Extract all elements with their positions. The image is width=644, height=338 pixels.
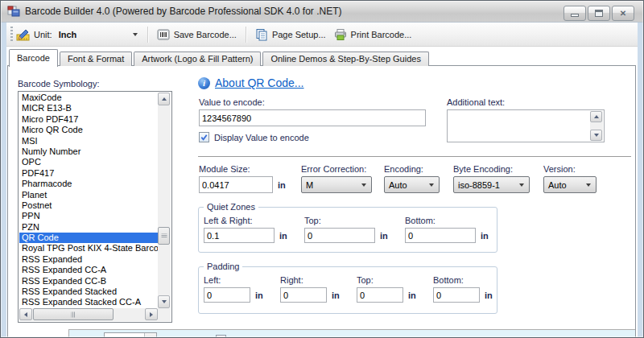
app-window: Barcode Builder 4.0 (Powered by Barcode … [0,0,644,338]
left-label: Left: [204,275,263,285]
symbology-item[interactable]: MaxiCode [19,93,158,103]
page-setup-icon [255,28,268,41]
symbology-item[interactable]: RSS Expanded CC-A [19,265,158,275]
minimize-icon [571,14,579,17]
symbology-item[interactable]: RSS Expanded Stacked [19,286,158,297]
symbology-item[interactable]: RSS Expanded [19,254,158,265]
field-top: Top:in [304,216,388,243]
close-button[interactable]: ✕ [612,6,634,21]
symbology-item[interactable]: RSS Expanded CC-B [19,276,158,286]
page-setup-button[interactable]: Page Setup... [251,27,330,43]
scrollbar-corner [158,308,171,321]
left-input[interactable] [204,287,250,303]
symbology-item[interactable]: Micro PDF417 [19,114,158,125]
padding-title: Padding [204,262,242,271]
section-divider [198,156,631,157]
symbology-item[interactable]: MSI [19,136,158,146]
top-input[interactable] [304,228,375,243]
symbology-item[interactable]: Numly Number [19,146,158,157]
barcode-tab-page: Barcode Symbology: MaxiCodeMICR E13-BMic… [7,65,636,337]
module-size-unit: in [278,180,286,190]
symbology-item[interactable]: MICR E13-B [19,103,158,113]
minimize-button[interactable] [564,6,586,21]
preview-checkbox[interactable] [216,335,226,337]
symbology-item[interactable]: Postnet [19,200,158,211]
tab-barcode[interactable]: Barcode [9,49,58,67]
scroll-right-button[interactable] [145,308,158,320]
module-size-input[interactable] [199,176,273,193]
bottom-input[interactable] [405,228,476,243]
scroll-down-button[interactable] [590,130,602,141]
spin-up-button[interactable] [144,333,156,337]
symbology-item[interactable]: OPC [19,157,158,167]
symbology-item[interactable]: RSS Expanded Stacked CC-A [19,297,158,307]
unit-label: in [255,291,263,300]
titlebar: Barcode Builder 4.0 (Powered by Barcode … [1,1,643,23]
horizontal-scrollbar[interactable] [19,308,158,321]
preview-panel [68,329,635,337]
maximize-button[interactable] [588,6,610,21]
symbology-item[interactable]: PPN [19,211,158,221]
scroll-up-button[interactable] [590,111,602,122]
symbology-item[interactable]: Pharmacode [19,179,158,189]
top-label: Top: [304,216,388,225]
encoding-field: Encoding: Auto [384,164,440,193]
display-value-checkbox-row[interactable]: Display Value to encode [199,132,309,142]
display-value-checkbox-label: Display Value to encode [214,133,309,142]
scroll-up-button[interactable] [158,93,170,105]
symbology-item[interactable]: Micro QR Code [19,125,158,135]
unit-label: in [332,291,340,300]
print-barcode-button[interactable]: Print Barcode... [330,27,416,43]
save-barcode-button[interactable]: Save Barcode... [153,27,241,43]
value-to-encode-input[interactable] [199,109,426,126]
vertical-scrollbar[interactable] [158,93,171,308]
arrow-up-icon [162,97,167,101]
unit-dropdown[interactable]: Inch [57,27,142,43]
tab-artwork-logo-fill-pattern[interactable]: Artwork (Logo & Fill Pattern) [134,52,261,66]
tab-online-demos-step-by-step-guides[interactable]: Online Demos & Step-By-Step Guides [262,52,428,66]
field-top: Top:in [357,275,416,303]
additional-text-input[interactable] [447,109,605,142]
about-qr-code-link[interactable]: About QR Code... [215,76,304,89]
toolbar-grip-handle[interactable] [10,27,13,43]
version-dropdown[interactable]: Auto [543,176,597,193]
byte-encoding-dropdown[interactable]: iso-8859-1 [453,176,530,193]
byte-encoding-value: iso-8859-1 [458,180,500,190]
horizontal-scroll-thumb[interactable] [33,308,114,320]
tab-strip: BarcodeFont & FormatArtwork (Logo & Fill… [9,48,431,66]
app-icon [7,5,20,18]
arrow-down-icon [162,300,167,303]
scroll-left-button[interactable] [19,308,32,320]
maximize-icon [595,10,603,17]
bottom-input[interactable] [433,287,480,303]
about-row: i About QR Code... [198,76,304,89]
error-correction-dropdown[interactable]: M [301,176,372,193]
symbology-list[interactable]: MaxiCodeMICR E13-BMicro PDF417Micro QR C… [18,91,172,323]
symbology-item[interactable]: QR Code [19,233,158,243]
unit-label: Unit: [34,30,52,39]
symbology-item[interactable]: Royal TPG Post KIX 4-State Barcod [19,243,158,254]
checkbox-checked-icon[interactable] [199,132,209,142]
unit-label: in [408,291,416,300]
symbology-item[interactable]: Planet [19,190,158,200]
value-to-encode-label: Value to encode: [199,97,265,107]
scroll-down-button[interactable] [158,295,170,308]
left-right-input[interactable] [204,228,275,243]
toolbar: Unit: Inch Save Barcode... [6,23,638,47]
vertical-scroll-thumb[interactable] [158,227,170,245]
unit-label: in [481,231,489,241]
error-correction-value: M [306,180,313,190]
top-input[interactable] [357,287,403,303]
quiet-zones-group: Quiet Zones Left & Right:inTop:inBottom:… [198,207,497,253]
bottom-label: Bottom: [433,275,493,285]
save-barcode-label: Save Barcode... [174,30,237,39]
symbology-item[interactable]: PZN [19,222,158,233]
error-correction-label: Error Correction: [301,164,372,174]
encoding-dropdown[interactable]: Auto [384,176,440,193]
right-input[interactable] [280,287,327,303]
symbology-item[interactable]: PDF417 [19,168,158,179]
tab-font-format[interactable]: Font & Format [60,52,132,66]
byte-encoding-field: Byte Encoding: iso-8859-1 [453,164,530,193]
textarea-scrollbar[interactable] [590,111,603,141]
preview-zoom-spinner[interactable] [104,332,157,337]
